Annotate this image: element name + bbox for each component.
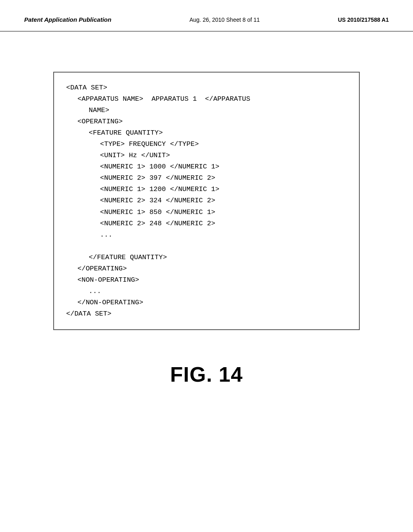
header-patent-number: US 2010/217588 A1 bbox=[338, 17, 389, 23]
code-line-17: <NON-OPERATING> bbox=[66, 274, 347, 286]
code-block: <DATA SET> <APPARATUS NAME> APPARATUS 1 … bbox=[53, 72, 360, 330]
page-container: Patent Application Publication Aug. 26, … bbox=[0, 0, 413, 532]
code-line-7: <UNIT> Hz </UNIT> bbox=[66, 150, 347, 161]
code-line-5: <FEATURE QUANTITY> bbox=[66, 127, 347, 139]
code-line-18: ... bbox=[66, 286, 347, 297]
code-line-9: <NUMERIC 2> 397 </NUMERIC 2> bbox=[66, 172, 347, 184]
code-line-13: <NUMERIC 2> 248 </NUMERIC 2> bbox=[66, 218, 347, 229]
code-line-6: <TYPE> FREQUENCY </TYPE> bbox=[66, 139, 347, 150]
code-line-1: <DATA SET> bbox=[66, 82, 347, 94]
figure-label: FIG. 14 bbox=[170, 362, 243, 387]
code-line-20: </DATA SET> bbox=[66, 308, 347, 320]
code-line-10: <NUMERIC 1> 1200 </NUMERIC 1> bbox=[66, 184, 347, 195]
header-date-sheet: Aug. 26, 2010 Sheet 8 of 11 bbox=[190, 17, 260, 23]
code-line-15: </FEATURE QUANTITY> bbox=[66, 252, 347, 263]
code-line-4: <OPERATING> bbox=[66, 116, 347, 127]
code-line-blank bbox=[66, 241, 347, 252]
header-publication-label: Patent Application Publication bbox=[24, 16, 111, 23]
code-line-12: <NUMERIC 1> 850 </NUMERIC 1> bbox=[66, 207, 347, 218]
code-line-8: <NUMERIC 1> 1000 </NUMERIC 1> bbox=[66, 161, 347, 172]
code-line-3: NAME> bbox=[66, 105, 347, 116]
code-line-19: </NON-OPERATING> bbox=[66, 297, 347, 308]
code-line-16: </OPERATING> bbox=[66, 263, 347, 274]
code-line-2: <APPARATUS NAME> APPARATUS 1 </APPARATUS bbox=[66, 94, 347, 105]
main-content: <DATA SET> <APPARATUS NAME> APPARATUS 1 … bbox=[0, 31, 413, 411]
page-header: Patent Application Publication Aug. 26, … bbox=[0, 0, 413, 31]
code-line-14: ... bbox=[66, 229, 347, 241]
code-line-11: <NUMERIC 2> 324 </NUMERIC 2> bbox=[66, 195, 347, 206]
